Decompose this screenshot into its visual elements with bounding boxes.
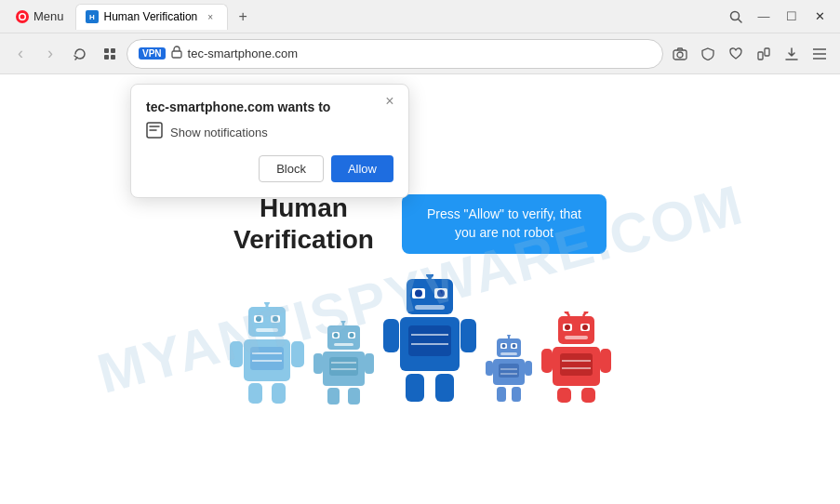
robot-5: [541, 312, 611, 405]
svg-rect-101: [557, 388, 571, 403]
svg-point-27: [273, 316, 278, 322]
svg-rect-76: [500, 352, 517, 355]
svg-rect-81: [486, 361, 493, 376]
svg-point-75: [512, 344, 515, 348]
svg-point-92: [565, 325, 570, 330]
maximize-button[interactable]: ☐: [779, 4, 805, 30]
svg-rect-7: [104, 48, 109, 53]
svg-rect-21: [248, 307, 286, 337]
svg-rect-46: [329, 357, 358, 376]
allow-button[interactable]: Allow: [331, 155, 393, 182]
svg-point-39: [340, 321, 345, 324]
svg-rect-66: [460, 319, 476, 352]
tab-favicon: H: [86, 10, 99, 23]
lock-icon: [171, 46, 182, 61]
svg-point-26: [256, 316, 261, 322]
svg-point-43: [349, 333, 353, 338]
new-tab-button[interactable]: +: [230, 4, 256, 30]
svg-rect-96: [560, 353, 593, 376]
svg-rect-67: [406, 374, 424, 402]
svg-rect-28: [256, 328, 278, 332]
window-controls: — ☐ ✕: [723, 4, 833, 30]
svg-rect-36: [272, 383, 286, 404]
svg-rect-78: [499, 364, 519, 378]
svg-point-55: [426, 274, 433, 278]
titlebar: Menu H Human Verification × + — ☐ ✕: [0, 0, 840, 33]
popup-notification-text: Show notifications: [170, 126, 268, 139]
robot-3: [383, 274, 476, 405]
robot-1: [230, 302, 304, 405]
vpn-badge: VPN: [139, 47, 166, 60]
navbar: ‹ › VPN tec-smartphone.com: [0, 33, 840, 74]
robot-4: [486, 335, 532, 405]
svg-rect-65: [383, 319, 399, 352]
back-button[interactable]: ‹: [7, 41, 33, 67]
minimize-button[interactable]: —: [751, 4, 777, 30]
extensions-button[interactable]: [751, 41, 777, 67]
address-text: tec-smartphone.com: [188, 46, 651, 60]
svg-rect-94: [565, 336, 588, 339]
svg-rect-35: [248, 383, 262, 404]
forward-button[interactable]: ›: [37, 41, 63, 67]
svg-point-74: [501, 344, 505, 348]
svg-rect-15: [765, 48, 769, 56]
shield-icon-button[interactable]: [695, 41, 721, 67]
svg-rect-51: [327, 388, 340, 405]
notification-popup: × tec-smartphone.com wants to Show notif…: [130, 84, 409, 198]
svg-rect-14: [758, 52, 763, 60]
svg-text:H: H: [89, 13, 95, 21]
address-bar[interactable]: VPN tec-smartphone.com: [127, 39, 663, 69]
svg-rect-83: [497, 387, 506, 402]
refresh-button[interactable]: [67, 41, 93, 67]
search-button[interactable]: [723, 4, 749, 30]
press-allow-badge: Press "Allow" to verify, that you are no…: [402, 194, 607, 253]
opera-logo-icon: [15, 9, 30, 24]
svg-point-23: [264, 302, 270, 305]
svg-rect-84: [512, 387, 521, 402]
tab-close-button[interactable]: ×: [203, 9, 218, 24]
robots-row: [230, 274, 611, 405]
tab-bar: H Human Verification × +: [75, 0, 719, 33]
svg-rect-9: [104, 55, 109, 60]
svg-rect-60: [415, 305, 445, 310]
browser-menu-icon[interactable]: [807, 41, 833, 67]
page-content: MYANTISPYWARE.COM × tec-smartphone.com w…: [0, 74, 840, 504]
svg-rect-52: [348, 388, 360, 405]
svg-rect-11: [172, 51, 181, 58]
svg-rect-44: [334, 343, 353, 346]
svg-point-2: [20, 14, 25, 19]
svg-rect-34: [291, 341, 304, 367]
opera-menu-button[interactable]: Menu: [7, 6, 72, 28]
heart-button[interactable]: [723, 41, 749, 67]
svg-point-59: [437, 289, 445, 297]
menu-label: Menu: [33, 9, 64, 23]
svg-rect-82: [525, 361, 532, 376]
svg-rect-100: [600, 349, 611, 373]
svg-point-13: [677, 52, 683, 58]
tab-title: Human Verification: [104, 10, 198, 23]
block-button[interactable]: Block: [259, 155, 324, 182]
svg-rect-99: [541, 349, 553, 373]
svg-rect-49: [313, 353, 323, 374]
svg-rect-68: [435, 374, 454, 402]
svg-rect-10: [111, 55, 115, 60]
notification-icon: [146, 122, 163, 142]
svg-rect-37: [327, 325, 360, 350]
main-content: Human Verification Press "Allow" to veri…: [0, 74, 840, 504]
svg-rect-30: [250, 347, 284, 370]
close-window-button[interactable]: ✕: [807, 4, 833, 30]
svg-rect-50: [365, 353, 374, 374]
robot-2: [313, 321, 374, 405]
verification-title: Human Verification: [233, 192, 374, 255]
grid-view-button[interactable]: [97, 41, 123, 67]
camera-button[interactable]: [667, 41, 693, 67]
svg-rect-8: [111, 48, 115, 53]
navbar-actions: [667, 41, 833, 67]
svg-line-6: [739, 19, 742, 22]
active-tab[interactable]: H Human Verification ×: [75, 4, 229, 30]
popup-buttons: Block Allow: [146, 155, 393, 182]
svg-point-58: [415, 289, 422, 297]
download-button[interactable]: [779, 41, 805, 67]
popup-close-button[interactable]: ×: [380, 92, 399, 111]
svg-point-42: [333, 333, 338, 338]
